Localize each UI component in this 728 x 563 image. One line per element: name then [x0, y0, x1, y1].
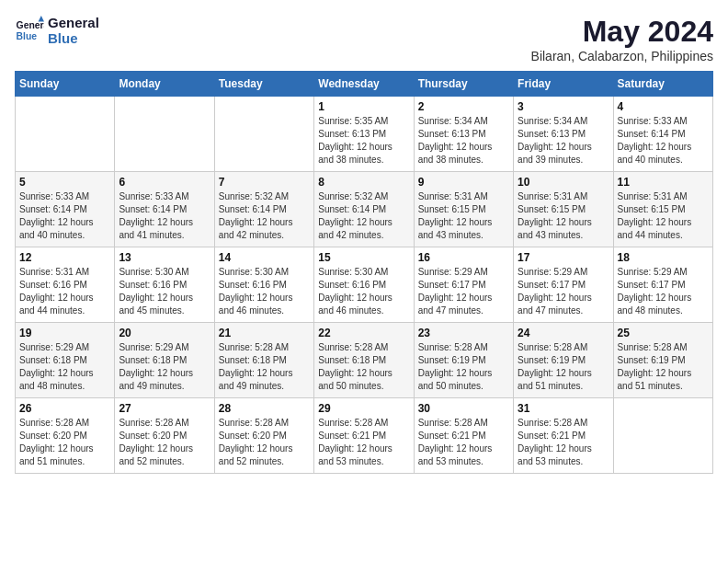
- calendar-cell: 27Sunrise: 5:28 AMSunset: 6:20 PMDayligh…: [115, 398, 214, 474]
- day-number: 31: [518, 402, 609, 415]
- day-info: Sunrise: 5:29 AMSunset: 6:17 PMDaylight:…: [418, 266, 509, 317]
- day-info: Sunrise: 5:31 AMSunset: 6:15 PMDaylight:…: [618, 190, 709, 242]
- calendar-cell: 2Sunrise: 5:34 AMSunset: 6:13 PMDaylight…: [414, 97, 513, 172]
- calendar-cell: 4Sunrise: 5:33 AMSunset: 6:14 PMDaylight…: [613, 97, 712, 172]
- day-number: 23: [418, 327, 509, 339]
- calendar-cell: 19Sunrise: 5:29 AMSunset: 6:18 PMDayligh…: [16, 323, 115, 398]
- calendar-cell: [214, 97, 313, 172]
- day-number: 22: [318, 327, 409, 339]
- calendar-table: SundayMondayTuesdayWednesdayThursdayFrid…: [15, 71, 713, 474]
- calendar-cell: 8Sunrise: 5:32 AMSunset: 6:14 PMDaylight…: [314, 172, 414, 247]
- calendar-cell: 21Sunrise: 5:28 AMSunset: 6:18 PMDayligh…: [214, 323, 313, 398]
- day-number: 14: [219, 251, 310, 264]
- day-info: Sunrise: 5:29 AMSunset: 6:18 PMDaylight:…: [119, 341, 210, 393]
- calendar-cell: 14Sunrise: 5:30 AMSunset: 6:16 PMDayligh…: [214, 247, 313, 323]
- calendar-cell: 17Sunrise: 5:29 AMSunset: 6:17 PMDayligh…: [514, 247, 613, 323]
- page-header: General Blue General Blue May 2024 Bilar…: [15, 15, 713, 63]
- day-number: 7: [219, 176, 310, 189]
- day-info: Sunrise: 5:33 AMSunset: 6:14 PMDaylight:…: [119, 190, 210, 242]
- svg-text:Blue: Blue: [17, 31, 38, 41]
- day-info: Sunrise: 5:28 AMSunset: 6:19 PMDaylight:…: [618, 341, 709, 393]
- day-info: Sunrise: 5:31 AMSunset: 6:16 PMDaylight:…: [19, 266, 110, 317]
- day-info: Sunrise: 5:28 AMSunset: 6:19 PMDaylight:…: [518, 341, 609, 393]
- day-info: Sunrise: 5:28 AMSunset: 6:18 PMDaylight:…: [219, 341, 310, 393]
- month-year-title: May 2024: [531, 15, 713, 49]
- day-number: 12: [19, 251, 110, 264]
- weekday-header-thursday: Thursday: [414, 72, 513, 97]
- day-number: 19: [19, 327, 110, 339]
- day-number: 6: [119, 176, 210, 189]
- day-number: 1: [318, 100, 409, 113]
- calendar-cell: 20Sunrise: 5:29 AMSunset: 6:18 PMDayligh…: [115, 323, 214, 398]
- day-number: 21: [219, 327, 310, 339]
- day-number: 11: [618, 176, 709, 189]
- calendar-cell: 18Sunrise: 5:29 AMSunset: 6:17 PMDayligh…: [613, 247, 712, 323]
- day-info: Sunrise: 5:28 AMSunset: 6:19 PMDaylight:…: [418, 341, 509, 393]
- calendar-cell: 3Sunrise: 5:34 AMSunset: 6:13 PMDaylight…: [514, 97, 613, 172]
- calendar-cell: 9Sunrise: 5:31 AMSunset: 6:15 PMDaylight…: [414, 172, 513, 247]
- weekday-header-monday: Monday: [115, 72, 214, 97]
- day-number: 25: [618, 327, 709, 339]
- calendar-cell: 7Sunrise: 5:32 AMSunset: 6:14 PMDaylight…: [214, 172, 313, 247]
- day-number: 17: [518, 251, 609, 264]
- calendar-cell: 16Sunrise: 5:29 AMSunset: 6:17 PMDayligh…: [414, 247, 513, 323]
- day-number: 4: [618, 100, 709, 113]
- day-info: Sunrise: 5:28 AMSunset: 6:20 PMDaylight:…: [119, 417, 210, 468]
- weekday-header-tuesday: Tuesday: [214, 72, 313, 97]
- day-info: Sunrise: 5:29 AMSunset: 6:17 PMDaylight:…: [518, 266, 609, 317]
- day-info: Sunrise: 5:32 AMSunset: 6:14 PMDaylight:…: [318, 190, 409, 242]
- calendar-week-4: 19Sunrise: 5:29 AMSunset: 6:18 PMDayligh…: [16, 323, 713, 398]
- day-info: Sunrise: 5:31 AMSunset: 6:15 PMDaylight:…: [418, 190, 509, 242]
- logo: General Blue General Blue: [15, 15, 99, 46]
- day-info: Sunrise: 5:34 AMSunset: 6:13 PMDaylight:…: [518, 115, 609, 167]
- calendar-week-1: 1Sunrise: 5:35 AMSunset: 6:13 PMDaylight…: [16, 97, 713, 172]
- day-info: Sunrise: 5:29 AMSunset: 6:18 PMDaylight:…: [19, 341, 110, 393]
- title-block: May 2024 Bilaran, Calabarzon, Philippine…: [531, 15, 713, 63]
- day-info: Sunrise: 5:35 AMSunset: 6:13 PMDaylight:…: [318, 115, 409, 167]
- day-info: Sunrise: 5:28 AMSunset: 6:20 PMDaylight:…: [19, 417, 110, 468]
- day-number: 10: [518, 176, 609, 189]
- calendar-cell: 29Sunrise: 5:28 AMSunset: 6:21 PMDayligh…: [314, 398, 414, 474]
- svg-text:General: General: [17, 20, 44, 30]
- day-number: 8: [318, 176, 409, 189]
- logo-icon: General Blue: [15, 16, 44, 45]
- calendar-cell: 23Sunrise: 5:28 AMSunset: 6:19 PMDayligh…: [414, 323, 513, 398]
- calendar-cell: [115, 97, 214, 172]
- calendar-week-2: 5Sunrise: 5:33 AMSunset: 6:14 PMDaylight…: [16, 172, 713, 247]
- calendar-cell: [16, 97, 115, 172]
- day-number: 3: [518, 100, 609, 113]
- logo-blue: Blue: [48, 30, 99, 46]
- day-number: 29: [318, 402, 409, 415]
- day-info: Sunrise: 5:34 AMSunset: 6:13 PMDaylight:…: [418, 115, 509, 167]
- day-info: Sunrise: 5:31 AMSunset: 6:15 PMDaylight:…: [518, 190, 609, 242]
- calendar-cell: 30Sunrise: 5:28 AMSunset: 6:21 PMDayligh…: [414, 398, 513, 474]
- calendar-cell: 6Sunrise: 5:33 AMSunset: 6:14 PMDaylight…: [115, 172, 214, 247]
- weekday-header-friday: Friday: [514, 72, 613, 97]
- day-number: 5: [19, 176, 110, 189]
- weekday-header-sunday: Sunday: [16, 72, 115, 97]
- day-info: Sunrise: 5:30 AMSunset: 6:16 PMDaylight:…: [318, 266, 409, 317]
- day-info: Sunrise: 5:30 AMSunset: 6:16 PMDaylight:…: [219, 266, 310, 317]
- weekday-header-wednesday: Wednesday: [314, 72, 414, 97]
- day-info: Sunrise: 5:29 AMSunset: 6:17 PMDaylight:…: [618, 266, 709, 317]
- day-number: 27: [119, 402, 210, 415]
- calendar-week-3: 12Sunrise: 5:31 AMSunset: 6:16 PMDayligh…: [16, 247, 713, 323]
- calendar-cell: 26Sunrise: 5:28 AMSunset: 6:20 PMDayligh…: [16, 398, 115, 474]
- day-info: Sunrise: 5:33 AMSunset: 6:14 PMDaylight:…: [618, 115, 709, 167]
- logo-general: General: [48, 15, 99, 30]
- calendar-header-row: SundayMondayTuesdayWednesdayThursdayFrid…: [16, 72, 713, 97]
- calendar-cell: 24Sunrise: 5:28 AMSunset: 6:19 PMDayligh…: [514, 323, 613, 398]
- day-number: 18: [618, 251, 709, 264]
- calendar-cell: 31Sunrise: 5:28 AMSunset: 6:21 PMDayligh…: [514, 398, 613, 474]
- calendar-cell: 5Sunrise: 5:33 AMSunset: 6:14 PMDaylight…: [16, 172, 115, 247]
- day-number: 16: [418, 251, 509, 264]
- calendar-cell: 11Sunrise: 5:31 AMSunset: 6:15 PMDayligh…: [613, 172, 712, 247]
- day-info: Sunrise: 5:32 AMSunset: 6:14 PMDaylight:…: [219, 190, 310, 242]
- day-info: Sunrise: 5:28 AMSunset: 6:21 PMDaylight:…: [418, 417, 509, 468]
- day-number: 20: [119, 327, 210, 339]
- day-number: 28: [219, 402, 310, 415]
- day-info: Sunrise: 5:33 AMSunset: 6:14 PMDaylight:…: [19, 190, 110, 242]
- svg-marker-2: [39, 16, 44, 21]
- calendar-cell: 13Sunrise: 5:30 AMSunset: 6:16 PMDayligh…: [115, 247, 214, 323]
- day-info: Sunrise: 5:28 AMSunset: 6:18 PMDaylight:…: [318, 341, 409, 393]
